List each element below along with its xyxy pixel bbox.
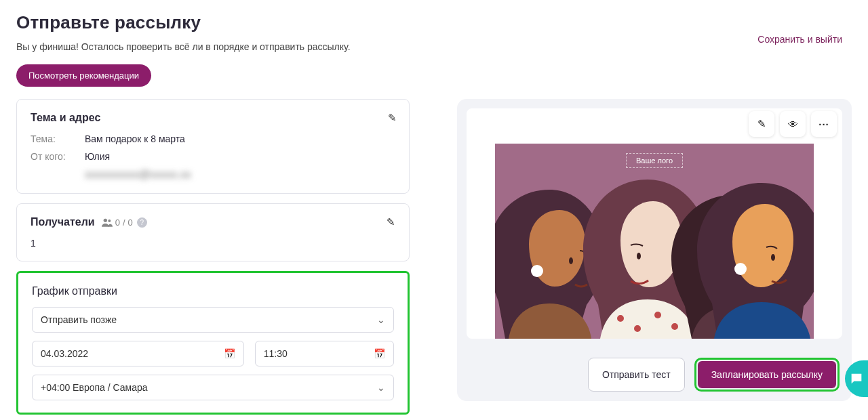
page-title: Отправьте рассылку [16,12,351,33]
calendar-icon: 📅 [374,348,385,359]
svg-point-11 [771,254,775,261]
date-input[interactable]: 04.03.2022 📅 [32,341,244,366]
svg-point-10 [734,263,747,275]
time-input[interactable]: 11:30 📅 [255,341,394,366]
recipients-list-value: 1 [31,238,395,249]
chevron-down-icon: ⌄ [377,382,385,393]
page-subtitle: Вы у финиша! Осталось проверить всё ли в… [16,41,351,52]
pencil-icon[interactable]: ✎ [387,216,395,228]
topic-card-title: Тема и адрес [31,112,395,124]
pencil-icon[interactable]: ✎ [388,112,397,124]
calendar-icon: 📅 [224,348,235,359]
svg-point-6 [617,315,624,322]
recipients-title: Получатели [31,216,95,228]
schedule-send-highlight: Запланировать рассылку [694,358,840,392]
svg-point-8 [654,312,661,318]
from-name: Юлия [85,151,110,162]
svg-point-2 [531,265,543,277]
svg-point-1 [108,219,111,222]
people-icon [102,217,113,227]
eye-icon: 👁 [788,119,798,130]
send-mode-value: Отправить позже [41,314,117,325]
recipients-card: Получатели 0 / 0 ? ✎ 1 [16,203,410,261]
from-email-masked: xxxxxxxxxx@xxxxx.xx [85,169,395,181]
recipients-count-current: 0 [115,217,120,228]
schedule-send-button[interactable]: Запланировать рассылку [698,361,836,388]
send-test-button[interactable]: Отправить тест [588,358,685,392]
help-icon[interactable]: ? [137,217,147,228]
svg-point-7 [634,325,641,332]
timezone-value: +04:00 Европа / Самара [41,382,148,393]
preview-panel: ✎ 👁 ··· Ваше лого [457,99,852,401]
edit-preview-button[interactable]: ✎ [749,111,774,137]
subject-value: Вам подарок к 8 марта [85,133,185,144]
svg-point-3 [569,257,573,264]
woman-illustration-4 [697,180,814,339]
recipients-count-badge: 0 / 0 ? [102,217,147,228]
recipients-count-total: 0 [128,217,133,228]
hero-illustration: Ваше лого [495,144,814,339]
topic-address-card: ✎ Тема и адрес Тема: Вам подарок к 8 мар… [16,99,410,194]
time-value: 11:30 [264,348,288,359]
more-actions-button[interactable]: ··· [811,111,837,137]
date-value: 04.03.2022 [41,348,88,359]
from-label: От кого: [31,151,85,162]
svg-point-5 [637,253,641,259]
schedule-title: График отправки [32,285,394,297]
recommendations-button[interactable]: Посмотреть рекомендации [16,64,151,87]
timezone-select[interactable]: +04:00 Европа / Самара ⌄ [32,375,394,400]
schedule-card: График отправки Отправить позже ⌄ 04.03.… [16,271,410,415]
view-preview-button[interactable]: 👁 [780,111,806,137]
pencil-icon: ✎ [757,118,766,130]
email-preview: Ваше лого [467,108,842,339]
dots-icon: ··· [818,119,829,130]
send-mode-select[interactable]: Отправить позже ⌄ [32,307,394,333]
chevron-down-icon: ⌄ [377,314,385,325]
subject-label: Тема: [31,133,85,144]
save-and-exit-link[interactable]: Сохранить и выйти [757,34,842,45]
chat-icon [849,371,864,386]
logo-placeholder: Ваше лого [626,153,683,168]
svg-point-0 [103,219,106,222]
